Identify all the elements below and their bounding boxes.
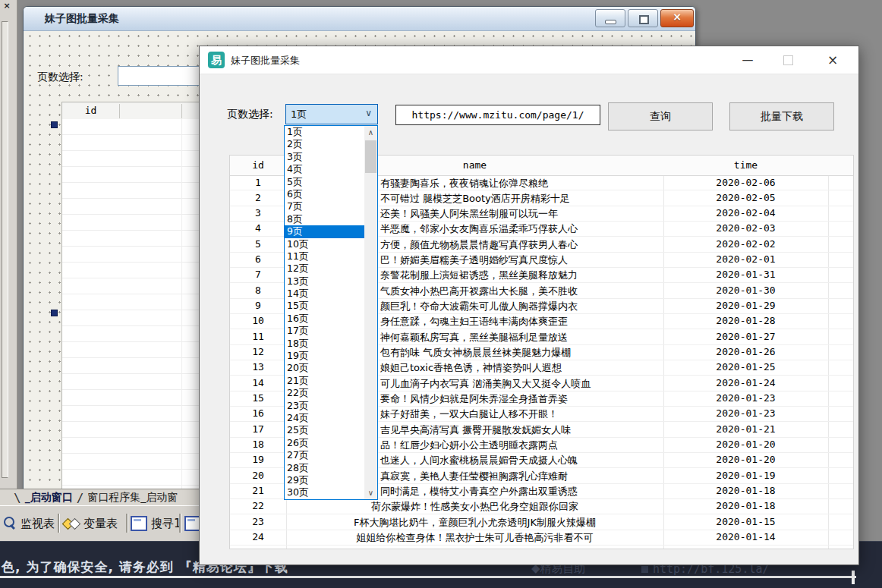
query-button[interactable]: 查询	[608, 102, 713, 130]
left-dock-panel: ×	[0, 0, 17, 489]
variable-table-button[interactable]: 变量表	[63, 514, 118, 533]
table-row[interactable]: 23 F杯大胸堪比奶牛，童颜巨乳小尤奈透明JK制服火辣爆棚 2020-01-15	[230, 514, 853, 530]
dropdown-item[interactable]: 21页	[285, 375, 364, 387]
scroll-up-icon[interactable]: ∧	[364, 126, 377, 139]
cell-time: 2020-02-02	[663, 238, 828, 250]
cell-time: 2020-02-03	[663, 222, 828, 234]
page-select-label: 页数选择:	[227, 108, 273, 121]
designer-combobox[interactable]	[118, 66, 201, 86]
dropdown-item[interactable]: 4页	[285, 163, 364, 175]
cell-id: 4	[230, 222, 286, 234]
cell-time: 2020-01-18	[663, 500, 828, 511]
dropdown-item[interactable]: 29页	[285, 474, 364, 486]
magnifier-icon	[4, 517, 17, 530]
dropdown-item[interactable]: 22页	[285, 387, 364, 399]
progress-tick[interactable]	[852, 571, 855, 584]
dropdown-item[interactable]: 19页	[285, 350, 364, 362]
cell-id: 7	[230, 269, 286, 280]
designer-close-button[interactable]: ×	[660, 9, 694, 27]
combobox-value: 1页	[291, 108, 307, 121]
cell-name: 荷尔蒙爆炸！性感美女小热巴化身空姐跟你回家	[286, 500, 663, 514]
header-id: id	[230, 159, 286, 171]
cell-time: 2020-01-18	[663, 485, 828, 496]
cell-time: 2020-02-06	[663, 177, 828, 188]
dropdown-item[interactable]: 12页	[285, 263, 364, 275]
page-combobox[interactable]: 1页 ∨	[285, 104, 378, 124]
cell-time: 2020-01-23	[663, 392, 828, 404]
cell-time: 2020-01-31	[663, 269, 828, 280]
dropdown-item[interactable]: 27页	[285, 449, 364, 461]
dropdown-item[interactable]: 3页	[285, 151, 364, 163]
left-scrollbar[interactable]	[2, 21, 8, 478]
dropdown-item[interactable]: 11页	[285, 250, 364, 263]
dropdown-item[interactable]: 13页	[285, 275, 364, 288]
toolbar-divider	[179, 514, 181, 533]
cell-id: 5	[230, 238, 286, 250]
cell-id: 1	[230, 177, 286, 188]
search-frame-icon	[131, 516, 147, 531]
cell-id: 14	[230, 377, 286, 388]
cell-time: 2020-01-20	[663, 439, 828, 450]
dropdown-item[interactable]: 26页	[285, 437, 364, 449]
dropdown-item[interactable]: 15页	[285, 300, 364, 312]
dropdown-item[interactable]: 25页	[285, 424, 364, 436]
cell-name: F杯大胸堪比奶牛，童颜巨乳小尤奈透明JK制服火辣爆棚	[286, 516, 663, 530]
editor-tabs-row: \ _启动窗口 / 窗口程序集_启动窗	[0, 489, 199, 506]
dropdown-item[interactable]: 1页	[285, 126, 364, 138]
app-titlebar[interactable]: 易 妹子图批量采集 — ×	[200, 46, 858, 74]
dropdown-item[interactable]: 5页	[285, 176, 364, 188]
dropdown-item[interactable]: 14页	[285, 288, 364, 300]
dropdown-scrollbar[interactable]: ∧ ∨	[364, 126, 377, 499]
search1-button[interactable]: 搜寻1	[131, 514, 181, 533]
chevron-down-icon: ∨	[365, 108, 372, 118]
cell-id: 6	[230, 253, 286, 265]
dropdown-item[interactable]: 30页	[285, 486, 364, 498]
watch-table-label: 监视表	[20, 517, 55, 531]
cell-time: 2020-01-29	[663, 300, 828, 311]
table-row[interactable]: 22 荷尔蒙爆炸！性感美女小热巴化身空姐跟你回家 2020-01-18	[230, 499, 853, 514]
selection-handle[interactable]	[51, 310, 58, 316]
designer-minimize-button[interactable]	[595, 9, 625, 27]
tab-start-window[interactable]: _启动窗口	[25, 491, 73, 505]
dropdown-item[interactable]: 6页	[285, 188, 364, 200]
batch-download-button[interactable]: 批量下载	[729, 102, 834, 130]
dropdown-item[interactable]: 17页	[285, 325, 364, 337]
window-maximize-button[interactable]	[770, 46, 805, 74]
dropdown-item[interactable]: 20页	[285, 362, 364, 374]
url-input[interactable]: https://www.mzitu.com/page/1/	[395, 105, 600, 125]
tab-separator: /	[77, 491, 84, 505]
dropdown-item[interactable]: 24页	[285, 412, 364, 424]
selection-handle[interactable]	[51, 121, 58, 128]
cell-time: 2020-01-20	[663, 454, 828, 465]
scrollbar-thumb[interactable]	[365, 140, 376, 173]
panel-close-icon[interactable]: ×	[2, 1, 12, 11]
dropdown-item[interactable]: 28页	[285, 462, 364, 474]
designer-titlebar[interactable]: 妹子图批量采集 ×	[24, 7, 695, 31]
window-close-button[interactable]: ×	[811, 46, 854, 74]
bottom-toolbar: 监视表 变量表 搜寻1	[0, 505, 199, 542]
cell-time: 2020-01-15	[663, 516, 828, 527]
table-row[interactable]: 24 姐姐给你检查身体！黑衣护士朱可儿香艳高污非看不可 2020-01-14	[230, 530, 853, 546]
designer-maximize-button[interactable]	[628, 9, 658, 27]
dropdown-item[interactable]: 9页	[285, 225, 364, 237]
cell-name: 姐姐给你检查身体！黑衣护士朱可儿香艳高污非看不可	[286, 531, 663, 545]
designer-page-label: 页数选择:	[37, 71, 83, 84]
designer-list-header: id	[61, 102, 203, 121]
dropdown-item[interactable]: 16页	[285, 313, 364, 325]
dropdown-item[interactable]: 2页	[285, 138, 364, 150]
dropdown-item[interactable]: 8页	[285, 213, 364, 225]
cell-time: 2020-01-30	[663, 285, 828, 296]
dropdown-item[interactable]: 10页	[285, 238, 364, 250]
dropdown-item[interactable]: 7页	[285, 200, 364, 212]
dropdown-item[interactable]: 18页	[285, 338, 364, 350]
tab-window-program-set[interactable]: 窗口程序集_启动窗	[87, 491, 178, 505]
window-minimize-button[interactable]: —	[730, 46, 765, 74]
watch-table-button[interactable]: 监视表	[4, 514, 55, 533]
cell-id: 11	[230, 331, 286, 342]
app-window: 易 妹子图批量采集 — × 页数选择: 1页 ∨ https://www.mzi…	[199, 46, 859, 565]
variable-table-label: 变量表	[83, 517, 118, 531]
dropdown-item[interactable]: 23页	[285, 400, 364, 412]
app-logo-icon: 易	[208, 52, 225, 68]
designer-list-body	[61, 119, 202, 511]
scroll-down-icon[interactable]: ∨	[364, 486, 377, 499]
